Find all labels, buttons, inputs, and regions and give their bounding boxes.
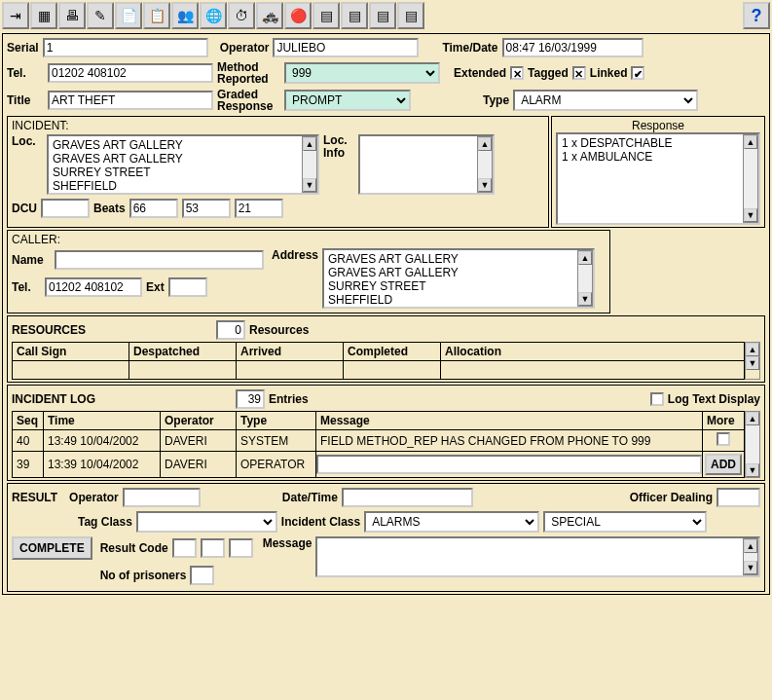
beat1-field[interactable] [129,199,178,218]
scroll-down-icon[interactable]: ▼ [478,178,492,192]
table-row: 40 13:49 10/04/2002 DAVERI SYSTEM FIELD … [13,430,745,452]
title-label: Title [7,93,44,107]
title-field[interactable] [48,91,213,110]
caller-tel-field[interactable] [45,277,142,297]
add-button[interactable]: ADD [705,454,742,475]
toolbar: ⇥ ▦ 🖶 ✎ 📄 📋 👥 🌐 ⏱ 🚓 🔴 ▤ ▤ ▤ ▤ ? [0,0,772,31]
log-msg-input[interactable] [316,455,702,474]
dcu-label: DCU [12,202,37,215]
linked-checkbox[interactable]: ✔ [631,66,644,80]
resources-header: RESOURCES [12,323,86,337]
result-datetime-label: Date/Time [282,491,338,504]
scroll-down-icon[interactable]: ▼ [746,463,759,477]
result-message-box[interactable]: ▲▼ [315,536,760,577]
beat3-field[interactable] [235,199,283,218]
incident-header: INCIDENT: [12,119,544,132]
col-operator: Operator [161,412,237,430]
scroll-down-icon[interactable]: ▼ [578,292,592,306]
tel-label: Tel. [7,66,44,80]
result-panel: RESULT Operator Date/Time Officer Dealin… [7,483,765,592]
beat2-field[interactable] [182,199,231,218]
result-datetime-field[interactable] [342,488,473,507]
scroll-up-icon[interactable]: ▲ [744,539,757,553]
resultcode-label: Result Code [100,541,168,555]
notes-icon[interactable]: 📄 [115,2,142,29]
list1-icon[interactable]: ▤ [312,2,340,29]
caller-name-field[interactable] [55,250,264,270]
caller-ext-label: Ext [146,280,165,294]
tagclass-label: Tag Class [78,515,132,529]
scroll-up-icon[interactable]: ▲ [303,137,316,151]
resources-count [216,320,245,340]
scroll-up-icon[interactable]: ▲ [746,343,759,356]
resultcode2[interactable] [201,538,225,558]
people-icon[interactable]: 👥 [171,2,199,29]
list2-icon[interactable]: ▤ [341,2,368,29]
list4-icon[interactable]: ▤ [397,2,424,29]
col-seq: Seq [13,412,44,430]
type-select[interactable]: ALARM [513,90,698,111]
method-label: Method Reported [217,61,280,85]
resultcode3[interactable] [229,538,253,558]
dcu-field[interactable] [41,199,90,218]
incident-panel: INCIDENT: Loc. GRAVES ART GALLERY GRAVES… [7,116,549,228]
car-icon[interactable]: 🚓 [256,2,283,29]
response-panel: Response 1 x DESPATCHABLE 1 x AMBULANCE … [551,116,765,228]
timer-icon[interactable]: ⏱ [228,2,255,29]
tagclass-select[interactable] [136,511,277,533]
dispatch-icon[interactable]: 📋 [143,2,170,29]
scroll-down-icon[interactable]: ▼ [746,356,759,370]
help-button[interactable]: ? [743,2,770,29]
scroll-up-icon[interactable]: ▲ [578,251,592,265]
map-icon[interactable]: 🌐 [200,2,227,29]
result-officer-field[interactable] [717,488,760,507]
caller-address-listbox[interactable]: GRAVES ART GALLERY GRAVES ART GALLERY SU… [322,248,595,309]
result-operator-field[interactable] [123,488,201,507]
edit-icon[interactable]: ✎ [87,2,114,29]
caller-tel-label: Tel. [12,280,41,294]
more-checkbox[interactable] [717,432,730,446]
response-header: Response [556,119,760,132]
operator-field[interactable] [273,38,419,57]
loc-listbox[interactable]: GRAVES ART GALLERY GRAVES ART GALLERY SU… [47,134,319,195]
tel-field[interactable] [48,63,213,83]
resources-table: Call Sign Despatched Arrived Completed A… [12,342,745,380]
scroll-up-icon[interactable]: ▲ [746,412,759,425]
scroll-down-icon[interactable]: ▼ [744,561,757,574]
caller-panel: CALLER: Name Tel. Ext Address GRAVES ART… [7,230,610,313]
prisoners-field[interactable] [190,566,214,585]
list3-icon[interactable]: ▤ [369,2,396,29]
col-arrived: Arrived [237,343,344,361]
form-icon[interactable]: ▦ [30,2,57,29]
timedate-field[interactable] [502,38,643,57]
logtext-checkbox[interactable] [650,392,664,406]
caller-ext-field[interactable] [168,277,207,297]
incidentclass-label: Incident Class [281,515,360,529]
scroll-down-icon[interactable]: ▼ [303,178,316,192]
timedate-label: Time/Date [442,41,497,55]
serial-field[interactable] [43,38,208,57]
locinfo-listbox[interactable]: ▲▼ [358,134,495,195]
log-panel: INCIDENT LOG Entries Log Text Display Se… [7,385,765,481]
method-select[interactable]: 999 [284,62,440,84]
complete-button[interactable]: COMPLETE [12,536,92,560]
printer-icon[interactable]: 🖶 [58,2,86,29]
tagged-checkbox[interactable]: ✕ [572,66,586,80]
extended-checkbox[interactable]: ✕ [510,66,524,80]
table-row: Seq Time Operator Type Message More [13,412,745,430]
type-label: Type [483,93,509,107]
scroll-up-icon[interactable]: ▲ [744,135,757,149]
special-select[interactable]: SPECIAL [543,511,707,533]
operator-label: Operator [220,41,270,55]
response-listbox[interactable]: 1 x DESPATCHABLE 1 x AMBULANCE ▲▼ [556,132,760,225]
incidentclass-select[interactable]: ALARMS [364,511,539,533]
exit-icon[interactable]: ⇥ [2,2,29,29]
scroll-down-icon[interactable]: ▼ [744,208,757,222]
main-form: Serial Operator Time/Date Tel. Method Re… [2,33,770,595]
log-table: Seq Time Operator Type Message More 40 1… [12,411,745,478]
tagged-label: Tagged [528,66,569,80]
graded-select[interactable]: PROMPT [284,90,411,111]
resultcode1[interactable] [172,538,197,558]
scroll-up-icon[interactable]: ▲ [478,137,492,151]
record-icon[interactable]: 🔴 [284,2,312,29]
